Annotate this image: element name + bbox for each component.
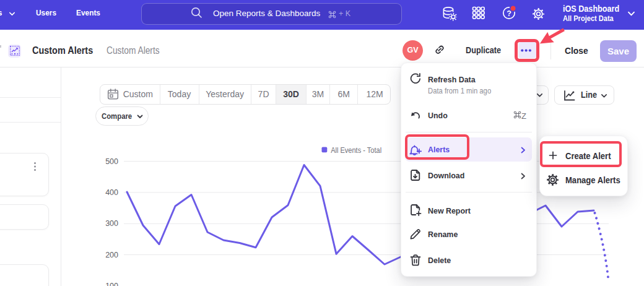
svg-text:All Events - Total: All Events - Total — [331, 145, 381, 155]
svg-text:200: 200 — [105, 251, 118, 259]
svg-text:500: 500 — [105, 157, 118, 166]
svg-text:100: 100 — [105, 282, 118, 286]
svg-text:300: 300 — [105, 219, 118, 228]
svg-text:400: 400 — [105, 188, 118, 197]
